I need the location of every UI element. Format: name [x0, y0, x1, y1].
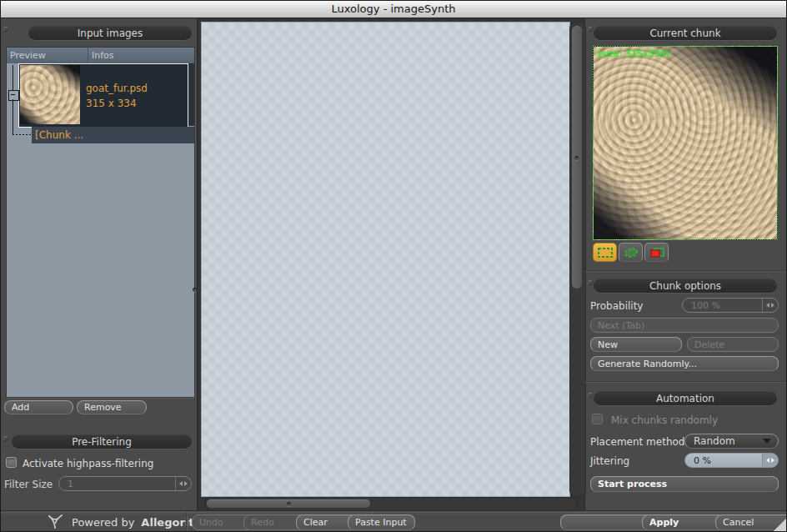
activate-highpass-label: Activate highpass-filtering	[23, 458, 153, 469]
footer-bar: Powered by Allegorithmic Undo Redo Clear…	[0, 510, 787, 532]
new-chunk-button[interactable]: New	[590, 337, 682, 352]
column-header-preview[interactable]: Preview	[7, 48, 88, 63]
filter-size-label: Filter Size	[4, 479, 53, 490]
tree-connector-line	[13, 65, 13, 90]
tree-header-row: Preview Infos	[7, 48, 194, 63]
selection-toolbar	[593, 243, 669, 260]
remove-button[interactable]: Remove	[77, 400, 147, 414]
probability-stepper[interactable]	[762, 299, 778, 312]
canvas-zone	[197, 18, 585, 510]
input-images-section-header: Input images	[28, 26, 192, 40]
progress-placeholder	[560, 514, 654, 530]
current-chunk-title: Current chunk	[649, 28, 720, 39]
remove-button-label: Remove	[84, 402, 122, 413]
delete-chunk-label: Delete	[694, 339, 724, 350]
collapse-handle-icon[interactable]	[588, 280, 593, 285]
chunk-child-label: [Chunk ...	[35, 129, 83, 141]
automation-title: Automation	[656, 393, 714, 404]
rectangle-selection-icon	[597, 247, 614, 258]
lasso-selection-button[interactable]	[619, 243, 643, 262]
chunk-child-row[interactable]: [Chunk ...	[32, 127, 194, 143]
chevron-down-icon	[763, 439, 771, 444]
mix-chunks-label: Mix chunks randomly	[611, 414, 718, 426]
jittering-stepper[interactable]	[762, 454, 778, 467]
start-process-button[interactable]: Start process	[590, 476, 779, 492]
column-header-infos[interactable]: Infos	[88, 48, 194, 63]
filter-size-field[interactable]: 1	[58, 476, 192, 491]
vertical-scrollbar[interactable]	[569, 22, 586, 497]
start-process-label: Start process	[598, 479, 667, 489]
stepper-increment-icon[interactable]	[771, 303, 774, 308]
scrollbar-grip-dot	[574, 156, 579, 160]
paste-input-label: Paste Input	[355, 517, 407, 528]
jittering-field[interactable]: 0 %	[684, 453, 779, 468]
collapse-handle-icon[interactable]	[3, 436, 8, 441]
stepper-decrement-icon[interactable]	[766, 303, 769, 308]
probability-value: 100 %	[691, 300, 720, 311]
clear-selection-button[interactable]	[644, 243, 669, 262]
generate-randomly-button[interactable]: Generate Randomly...	[590, 356, 779, 371]
generate-randomly-label: Generate Randomly...	[598, 359, 697, 369]
image-row[interactable]: goat_fur.psd 315 x 334	[7, 63, 194, 127]
tree-connector-line	[13, 99, 13, 135]
automation-section-header: Automation	[594, 391, 777, 405]
mix-chunks-checkbox[interactable]	[592, 414, 603, 424]
cancel-button[interactable]: Cancel	[715, 514, 787, 530]
synthesis-canvas[interactable]	[201, 22, 570, 497]
placement-method-dropdown[interactable]: Random	[684, 434, 779, 449]
allegorithmic-logo-icon	[47, 514, 65, 530]
add-button-label: Add	[12, 402, 29, 413]
stepper-increment-icon[interactable]	[184, 481, 188, 486]
collapse-handle-icon[interactable]	[3, 27, 8, 32]
powered-by-text: Powered by	[72, 516, 134, 529]
next-tab-button[interactable]: Next (Tab)	[590, 318, 779, 333]
collapse-handle-icon[interactable]	[588, 393, 593, 398]
redo-label: Redo	[251, 517, 274, 528]
collapse-handle-icon[interactable]	[588, 27, 593, 32]
footer-divider	[186, 513, 187, 531]
chunk-options-title: Chunk options	[649, 280, 721, 292]
vertical-scrollbar-thumb[interactable]	[572, 26, 582, 289]
image-filename: goat_fur.psd	[86, 81, 148, 96]
horizontal-scrollbar[interactable]	[204, 497, 578, 511]
clear-selection-icon	[649, 247, 665, 258]
current-chunk-preview[interactable]: (size: 315x334)	[593, 46, 778, 240]
goat-fur-thumbnail	[20, 65, 80, 124]
jittering-value: 0 %	[694, 455, 711, 466]
new-chunk-label: New	[598, 339, 618, 350]
cancel-label: Cancel	[723, 517, 754, 528]
add-button[interactable]: Add	[4, 400, 73, 414]
scrollbar-grip-dot	[287, 502, 291, 506]
input-images-tree[interactable]: Preview Infos goat_fur.psd 315 x 334 [Ch…	[6, 47, 195, 398]
probability-label: Probability	[590, 300, 643, 312]
section-divider	[585, 381, 787, 383]
next-tab-label: Next (Tab)	[598, 320, 644, 331]
tree-connector-line	[13, 134, 31, 135]
pre-filtering-section-header: Pre-Filtering	[12, 434, 192, 449]
stepper-decrement-icon[interactable]	[179, 481, 183, 486]
rectangle-selection-button[interactable]	[593, 243, 617, 262]
stepper-increment-icon[interactable]	[771, 458, 774, 463]
activate-highpass-checkbox[interactable]	[6, 457, 17, 468]
tree-collapse-box[interactable]	[8, 90, 19, 101]
image-dimensions: 315 x 334	[86, 96, 148, 111]
placement-method-value: Random	[694, 435, 735, 447]
clear-label: Clear	[303, 517, 328, 528]
pre-filtering-title: Pre-Filtering	[72, 436, 132, 448]
section-divider	[585, 270, 787, 272]
paste-input-button[interactable]: Paste Input	[348, 514, 415, 530]
undo-label: Undo	[199, 517, 223, 528]
delete-chunk-button[interactable]: Delete	[687, 337, 779, 352]
image-row-selected-cell[interactable]: goat_fur.psd 315 x 334	[18, 63, 188, 128]
jittering-label: Jittering	[590, 455, 629, 467]
filter-size-value: 1	[68, 479, 73, 489]
probability-field[interactable]: 100 %	[682, 298, 779, 313]
lasso-selection-icon	[623, 247, 639, 258]
current-chunk-section-header: Current chunk	[594, 26, 777, 40]
filter-size-stepper[interactable]	[175, 477, 191, 490]
apply-button[interactable]: Apply	[642, 514, 725, 530]
window-title: Luxology - imageSynth	[332, 3, 456, 15]
placement-method-label: Placement method	[590, 436, 684, 448]
stepper-decrement-icon[interactable]	[766, 458, 769, 463]
horizontal-scrollbar-thumb[interactable]	[207, 499, 370, 508]
